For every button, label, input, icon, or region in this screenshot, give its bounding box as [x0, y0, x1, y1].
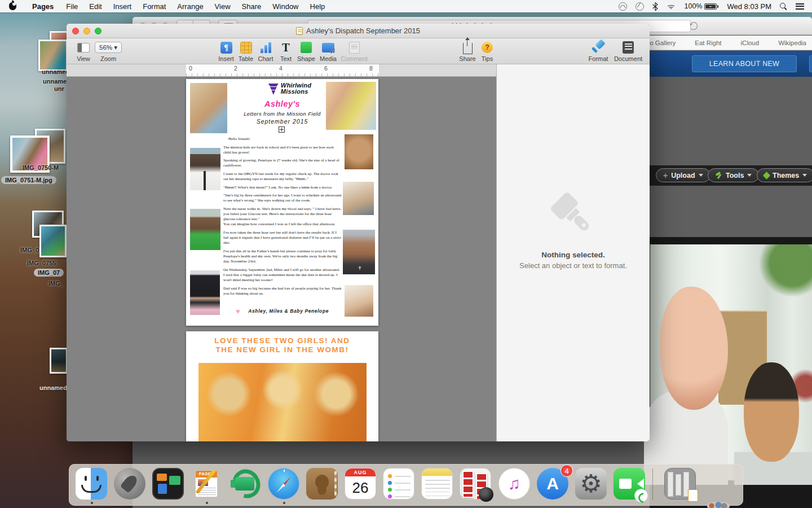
desktop-photo-icon[interactable] [39, 225, 67, 257]
desktop-icon-label[interactable]: IMG_0750-M [23, 164, 59, 171]
desktop-icon-label[interactable]: IMG_0755 [27, 260, 56, 266]
zoom-dropdown[interactable]: 56% ▾ [95, 42, 122, 53]
dock-safari[interactable] [268, 468, 301, 501]
spotlight-search-icon[interactable] [780, 3, 787, 10]
dock-finder[interactable] [76, 468, 108, 501]
photo-detail [660, 287, 728, 409]
learn-about-smugmug-button[interactable]: LEARN ABOUT NEW SMUGMUG [692, 55, 797, 72]
app-menu-pages[interactable]: Pages [27, 2, 60, 11]
hammer-icon [715, 172, 722, 179]
newsletter-photo-boy[interactable] [190, 209, 220, 250]
themes-label: Themes [773, 172, 799, 179]
menu-arrange[interactable]: Arrange [171, 2, 209, 11]
reload-icon[interactable] [690, 22, 698, 30]
photo-thumbnail [41, 226, 65, 256]
newsletter-photo-three-women[interactable] [198, 363, 367, 441]
dock-contacts[interactable] [306, 468, 339, 501]
format-brush-icon [592, 41, 605, 54]
whirlwind-missions-logo[interactable]: WhirlwindMissions [253, 82, 327, 96]
format-button[interactable]: Format [582, 41, 614, 62]
paragraph: You can imagine how concerned I was as I… [223, 221, 342, 226]
newsletter-photo-man-tie[interactable] [190, 148, 220, 190]
dock-facetime[interactable] [614, 468, 646, 501]
dock-mission-control[interactable] [152, 468, 185, 501]
view-icon [77, 43, 90, 52]
battery-percent: 100% [684, 2, 702, 10]
notification-center-icon[interactable] [796, 3, 804, 10]
bookmark-item[interactable]: Eat Right [695, 40, 721, 46]
newsletter-photo-bald-man[interactable] [343, 230, 375, 274]
menu-view[interactable]: View [209, 2, 236, 11]
dock-calendar[interactable]: AUG26 [345, 468, 377, 501]
menu-window[interactable]: Window [267, 2, 304, 11]
comment-button: Comment [338, 41, 370, 62]
dock-notes[interactable] [421, 468, 454, 501]
tools-button[interactable]: Tools [708, 168, 759, 182]
plus-handle-icon[interactable] [279, 126, 285, 133]
ruler-tick: 2 [234, 65, 237, 72]
dock-usb-app[interactable] [230, 468, 262, 501]
dock-photo-booth[interactable] [460, 468, 492, 501]
newsletter-subtitle[interactable]: Letters from the Mission Field [186, 111, 378, 117]
banner-button-partial[interactable] [809, 55, 812, 72]
ruler[interactable]: 0 2 4 6 8 [67, 64, 496, 77]
menu-share[interactable]: Share [236, 2, 267, 11]
themes-button[interactable]: Themes [757, 168, 812, 182]
tips-icon: ? [482, 42, 493, 53]
menu-file[interactable]: File [60, 2, 83, 11]
newsletter-photo-boy-face[interactable] [345, 134, 373, 169]
dock-system-preferences[interactable]: ⚙ [575, 468, 608, 501]
document-page-1[interactable]: WhirlwindMissions Ashley's Letters from … [186, 79, 378, 326]
newsletter-signature[interactable]: ♥Ashley, Miles & Baby Penelope [186, 307, 378, 316]
newsletter-title[interactable]: Ashley's [186, 99, 378, 108]
menu-insert[interactable]: Insert [108, 2, 138, 11]
calendar-month: AUG [345, 468, 376, 476]
tips-button[interactable]: ?Tips [471, 41, 503, 62]
status-icon-app[interactable] [636, 2, 644, 11]
gallery-photo-man-and-boy[interactable] [650, 244, 812, 480]
dock-app-store[interactable]: A4 [537, 468, 570, 501]
dock-trash[interactable] [703, 501, 734, 508]
ruler-tick: 8 [369, 65, 373, 72]
photo-detail [744, 362, 799, 462]
bookmark-item[interactable]: iCloud [741, 40, 760, 46]
paragraph: "Hmm?! What's that mean?" I ask. No one … [223, 185, 342, 190]
pages-titlebar[interactable]: Ashley's Dispatch September 2015 [67, 24, 650, 38]
menu-format[interactable]: Format [137, 2, 171, 11]
status-icon-headphones[interactable] [619, 2, 627, 11]
dock-reminders[interactable] [383, 468, 416, 501]
desktop-photo-icon[interactable] [50, 348, 68, 374]
format-panel-subtitle: Select an object or text to format. [497, 261, 650, 270]
document-button[interactable]: Document [612, 41, 644, 62]
document-page-2[interactable]: LOVE THESE TWO GIRLS! ANDTHE NEW GIRL IN… [186, 331, 378, 441]
desktop-icon-label-selected[interactable]: IMG_0751-M.jpg [1, 176, 56, 184]
section-heading[interactable]: LOVE THESE TWO GIRLS! ANDTHE NEW GIRL IN… [186, 336, 378, 354]
bookmark-item[interactable]: Wikipedia [778, 40, 806, 46]
newsletter-photo-man-glasses[interactable] [343, 182, 374, 215]
desktop-icon-label[interactable]: unnamed [42, 68, 69, 75]
wifi-icon[interactable] [667, 3, 676, 10]
dock-pages[interactable]: PAGES [191, 468, 223, 501]
apple-menu-icon[interactable] [9, 2, 16, 10]
document-canvas[interactable]: WhirlwindMissions Ashley's Letters from … [67, 77, 496, 441]
upload-button[interactable]: +Upload [656, 168, 710, 182]
photo-thumbnail [51, 349, 66, 372]
desktop-photo-icon[interactable] [38, 40, 68, 71]
newsletter-date[interactable]: September 2015 [186, 118, 378, 125]
desktop-icon-label[interactable]: IMG_0 [20, 247, 39, 253]
zoom-control[interactable]: 56% ▾Zoom [90, 41, 126, 62]
paragraph: I've now taken the three hour test but s… [223, 230, 342, 245]
desktop-icon-label[interactable]: unr [54, 85, 64, 92]
bluetooth-icon[interactable] [652, 2, 658, 11]
desktop-icon-label[interactable]: IMG_ [48, 280, 64, 287]
menu-bar-clock[interactable]: Wed 8:03 PM [727, 2, 771, 11]
newsletter-body-text[interactable]: Hello friends! The mission kids are back… [223, 136, 342, 299]
desktop-icon-label[interactable]: IMG_07 [34, 269, 64, 277]
battery-indicator[interactable]: 100%⌁ [684, 2, 718, 10]
menu-help[interactable]: Help [304, 2, 331, 11]
dock-launchpad[interactable] [114, 468, 147, 501]
desktop-icon-label[interactable]: unnamed [39, 384, 67, 391]
dock-itunes[interactable]: ♫ [498, 468, 531, 501]
menu-edit[interactable]: Edit [83, 2, 107, 11]
dock-documents-stack[interactable] [664, 468, 697, 501]
